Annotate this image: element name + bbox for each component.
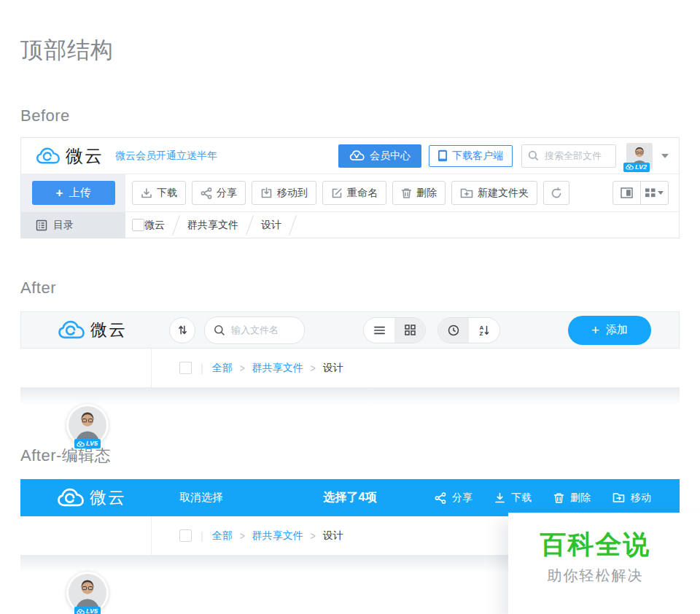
directory-row: 目录 微云 群共享文件 设计 xyxy=(21,212,679,238)
upload-button[interactable]: + 上传 xyxy=(32,181,115,205)
az-sort-icon: AZ xyxy=(478,325,490,336)
download-button[interactable]: 下载 xyxy=(132,181,186,205)
avatar-level-text: LV2 xyxy=(635,163,647,171)
avatar-column xyxy=(20,516,152,556)
share-button[interactable]: 分享 xyxy=(192,181,246,205)
breadcrumb-separator xyxy=(289,214,297,236)
sort-by-time-toggle[interactable] xyxy=(438,318,469,343)
new-folder-button[interactable]: 新建文件夹 xyxy=(451,181,537,205)
weiyun-logo: 微云 xyxy=(36,144,104,168)
select-all-checkbox[interactable] xyxy=(179,529,192,542)
breadcrumb-item-all[interactable]: 全部 xyxy=(212,362,233,375)
avatar-level-badge: LV5 xyxy=(74,439,101,448)
filename-search-input[interactable] xyxy=(230,324,295,336)
move-action[interactable]: 移动 xyxy=(612,491,651,505)
download-client-label: 下载客户端 xyxy=(452,149,503,163)
plus-icon: + xyxy=(591,323,599,337)
directory-panel-header: 目录 xyxy=(21,212,125,238)
after-section-label: After xyxy=(20,279,56,298)
share-action[interactable]: 分享 xyxy=(435,491,472,505)
grid-view-button[interactable] xyxy=(640,181,669,205)
search-icon xyxy=(528,150,539,161)
breadcrumb-item-current[interactable]: 设计 xyxy=(261,219,281,232)
sort-button[interactable] xyxy=(169,317,195,343)
view-controls xyxy=(612,181,669,205)
user-avatar: LV5 xyxy=(66,404,109,446)
design-spec-page: 顶部结构 Before 微云 微云会员开通立送半年 会员中心 xyxy=(0,0,700,614)
cancel-selection-button[interactable]: 取消选择 xyxy=(179,479,223,516)
search-input[interactable] xyxy=(543,149,610,162)
chevron-right-icon: > xyxy=(311,529,316,541)
avatar-level-text: LV5 xyxy=(86,440,98,448)
share-icon xyxy=(435,492,446,504)
weiyun-logo: 微云 xyxy=(58,319,127,341)
search-icon xyxy=(214,325,225,336)
download-icon xyxy=(141,187,152,199)
member-center-label: 会员中心 xyxy=(370,149,411,163)
grid-view-toggle[interactable] xyxy=(394,318,425,343)
sort-arrows-icon xyxy=(177,325,188,335)
user-avatar[interactable]: LV2 xyxy=(626,143,653,169)
move-to-icon xyxy=(260,187,273,199)
toolbar-left-column: + 上传 xyxy=(21,174,125,211)
after-breadcrumb-row: | 全部 > 群共享文件 > 设计 LV5 xyxy=(20,349,680,388)
delete-button[interactable]: 删除 xyxy=(392,181,446,205)
member-center-button[interactable]: 会员中心 xyxy=(338,144,421,168)
list-view-icon xyxy=(374,326,385,335)
page-title: 顶部结构 xyxy=(20,35,114,66)
details-pane-toggle[interactable] xyxy=(612,181,641,205)
breadcrumb-item-current: 设计 xyxy=(323,529,343,543)
weiyun-cloud-icon xyxy=(57,487,85,508)
select-all-checkbox[interactable] xyxy=(132,219,144,231)
layout-toggle xyxy=(363,317,426,343)
edit-mode-bar: 微云 取消选择 选择了4项 分享 下载 删除 移动 xyxy=(20,479,680,516)
list-view-toggle[interactable] xyxy=(364,318,394,343)
breadcrumb-item-current: 设计 xyxy=(323,362,343,375)
refresh-button[interactable] xyxy=(543,181,569,205)
watermark-title: 百科全说 xyxy=(508,529,682,560)
plus-icon: + xyxy=(56,187,63,199)
rename-button[interactable]: 重命名 xyxy=(322,181,386,205)
avatar-level-badge: LV5 xyxy=(74,607,101,614)
member-cloud-icon xyxy=(349,150,365,161)
avatar-column xyxy=(20,349,152,388)
weiyun-logo-text: 微云 xyxy=(90,319,127,341)
view-menu-caret-icon xyxy=(658,191,664,195)
breadcrumb-separator xyxy=(172,214,180,236)
details-pane-icon xyxy=(621,187,633,198)
new-folder-icon xyxy=(460,187,473,198)
sort-by-name-toggle[interactable]: AZ xyxy=(469,318,499,343)
phone-icon xyxy=(438,149,447,162)
upload-label: 上传 xyxy=(69,186,90,200)
divider: | xyxy=(201,362,203,374)
delete-action[interactable]: 删除 xyxy=(553,491,591,505)
account-menu-caret-icon[interactable] xyxy=(661,154,669,158)
card-shadow xyxy=(20,388,680,407)
trash-icon xyxy=(553,492,564,504)
breadcrumb-item-group[interactable]: 群共享文件 xyxy=(187,219,238,232)
chevron-right-icon: > xyxy=(240,529,245,541)
breadcrumb-item-all[interactable]: 全部 xyxy=(212,529,233,543)
member-promo-link[interactable]: 微云会员开通立送半年 xyxy=(115,149,217,163)
move-to-button[interactable]: 移动到 xyxy=(252,181,316,205)
breadcrumb-separator xyxy=(246,214,254,236)
filename-search xyxy=(204,316,305,344)
directory-label: 目录 xyxy=(53,219,74,232)
selection-count: 选择了4项 xyxy=(324,479,377,516)
add-button[interactable]: + 添加 xyxy=(568,316,651,345)
watermark-subtitle: 助你轻松解决 xyxy=(508,566,682,586)
download-client-button[interactable]: 下载客户端 xyxy=(429,145,513,167)
weiyun-logo-text: 微云 xyxy=(90,486,126,509)
before-card: 微云 微云会员开通立送半年 会员中心 下载客户端 xyxy=(20,137,680,238)
rename-icon xyxy=(331,187,343,199)
breadcrumb: | 全部 > 群共享文件 > 设计 xyxy=(152,349,680,388)
after-card: 微云 AZ xyxy=(20,311,680,407)
breadcrumb-item-group[interactable]: 群共享文件 xyxy=(252,362,303,375)
grid-view-icon xyxy=(405,325,416,335)
breadcrumb-item-group[interactable]: 群共享文件 xyxy=(252,529,303,543)
download-action[interactable]: 下载 xyxy=(494,491,532,505)
avatar-level-text: LV5 xyxy=(86,607,98,614)
select-all-checkbox[interactable] xyxy=(179,362,192,374)
edit-actions: 分享 下载 删除 移动 xyxy=(435,479,651,516)
breadcrumb-item-root[interactable]: 微云 xyxy=(144,219,165,232)
